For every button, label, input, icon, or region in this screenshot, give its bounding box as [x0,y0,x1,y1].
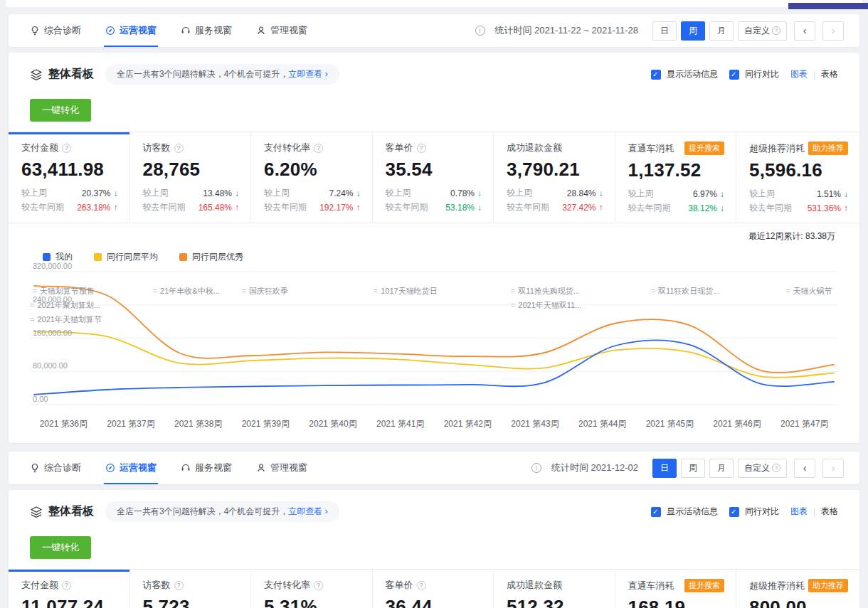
metric-card[interactable]: 支付转化率 ? 5.31% 较前1日 5.72% 较上周同期 12.68% [251,570,373,608]
metric-badge[interactable]: 提升搜索 [684,142,724,155]
annotation-marker-icon: = [30,315,34,324]
metric-badge[interactable]: 助力推荐 [808,579,848,592]
range-button[interactable]: 日 [652,21,677,41]
range-button[interactable]: 月 [709,459,734,478]
metric-card[interactable]: 超级推荐消耗 助力推荐 5,596.16 较上周 1.51% 较去年同期 531… [736,132,859,223]
metric-card[interactable]: 成功退款金额 3,790.21 较上周 28.84% 较去年同期 327.42% [494,132,615,223]
metric-help-icon[interactable]: ? [174,144,184,153]
metric-label: 成功退款金额 [507,142,562,154]
legend-swatch [43,253,51,261]
peer-compare-label: 同行对比 [745,506,779,518]
view-now-link[interactable]: 立即查看 › [288,506,327,516]
operate-icon [105,26,115,36]
diagnose-icon [30,463,40,473]
range-button[interactable]: 自定义? [738,459,787,478]
info-icon[interactable]: ! [475,26,485,36]
checkbox-show-activity[interactable] [651,507,661,517]
chart-view-toggle[interactable]: 图表 [790,68,808,80]
stats-time-label: 统计时间 2021-11-22 ~ 2021-11-28 [495,24,639,37]
board-title: 整体看板 [48,67,94,82]
view-tab-label: 综合诊断 [44,24,81,37]
compare-label: 较去年同期 [264,201,319,213]
metric-value: 6.20% [264,159,361,181]
diagnose-icon [30,26,40,36]
prev-period-button[interactable]: ‹ [794,459,815,478]
next-period-button[interactable]: › [822,21,844,41]
view-tab[interactable]: 服务视窗 [179,452,233,484]
x-axis-label: 2021 第44周 [568,418,636,430]
one-key-convert-button[interactable]: 一键转化 [30,536,91,559]
checkbox-peer-compare[interactable] [729,70,739,80]
payment-trend-chart[interactable]: 0.0080,000.00160,000.00240,000.00320,000… [30,266,838,414]
view-tabs: 综合诊断 运营视窗 [28,14,330,47]
metric-badge[interactable]: 提升搜索 [684,579,724,592]
metric-help-icon[interactable]: ? [62,581,71,590]
checkbox-show-activity[interactable] [651,70,661,80]
metric-card[interactable]: 访客数 ? 5,723 较前1日 49.97% 较上周同期 37.61% [130,570,252,608]
range-button[interactable]: 月 [709,21,734,41]
metric-card[interactable]: 超级推荐消耗 助力推荐 800.00 较前1日 0.00% 较上周同期 0.00… [736,570,859,608]
view-tab[interactable]: 服务视窗 [179,14,233,47]
show-activity-label: 显示活动信息 [667,68,718,80]
compare-value: 38.12% [688,203,724,213]
metric-value: 168.19 [628,597,725,608]
chart-annotation: =1017天猫吃货日 [374,286,438,297]
trend-arrow-icon [235,203,239,213]
compare-label: 较去年同期 [21,201,77,213]
metric-card[interactable]: 直通车消耗 提升搜索 168.19 较前1日 1.31% 较上周同期 6.07% [615,570,737,608]
view-tab-label: 服务视窗 [195,24,232,37]
board-title: 整体看板 [48,504,94,519]
annotation-marker-icon: = [32,287,36,295]
metric-help-icon[interactable]: ? [314,581,323,590]
view-tab[interactable]: 管理视窗 [255,14,309,47]
metric-help-icon[interactable]: ? [62,144,71,153]
metric-label: 支付金额 [21,142,58,154]
compare-value: 327.42% [562,203,603,213]
info-icon[interactable]: ! [531,463,541,473]
view-now-link[interactable]: 立即查看 › [288,69,327,79]
x-axis-label: 2021 第46周 [704,418,771,430]
legend-item[interactable]: 同行同层优秀 [179,251,243,263]
metric-help-icon[interactable]: ? [174,581,184,590]
view-tab[interactable]: 综合诊断 [28,452,83,484]
metric-card[interactable]: 客单价 ? 35.54 较上周 0.78% 较去年同期 53.18% [373,132,494,223]
chart-view-toggle[interactable]: 图表 [790,506,808,518]
annotation-marker-icon: = [30,301,34,309]
compare-value: 28.84% [567,188,603,198]
range-button[interactable]: 周 [681,21,705,41]
board-controls: 显示活动信息 同行对比 图表 | 表格 [651,68,838,80]
metric-badge[interactable]: 助力推荐 [808,142,848,155]
range-button[interactable]: 自定义? [738,21,787,41]
metric-card[interactable]: 直通车消耗 提升搜索 1,137.52 较上周 6.97% 较去年同期 38.1… [615,132,737,223]
metric-card[interactable]: 成功退款金额 512.32 较前1日 114.00% 较上周同期 22.83% [494,570,615,608]
prev-period-button[interactable]: ‹ [794,21,815,41]
metric-value: 512.32 [507,596,603,608]
help-icon: ? [772,26,780,35]
metric-card[interactable]: 支付金额 ? 63,411.98 较上周 20.37% 较去年同期 263.18… [9,132,130,223]
table-view-toggle[interactable]: 表格 [821,68,838,80]
metric-help-icon[interactable]: ? [417,144,426,153]
table-view-toggle[interactable]: 表格 [821,506,838,518]
metric-help-icon[interactable]: ? [314,144,323,153]
legend-item[interactable]: 同行同层平均 [94,251,158,263]
view-tab[interactable]: 运营视窗 [104,452,158,484]
view-tab-label: 综合诊断 [44,462,81,474]
view-tab[interactable]: 综合诊断 [28,14,83,47]
one-key-convert-button[interactable]: 一键转化 [30,99,91,122]
metric-card[interactable]: 访客数 ? 28,765 较上周 13.48% 较去年同期 165.48% [130,132,252,223]
range-buttons: 日 周 月 自定义? [652,459,787,478]
range-button[interactable]: 日 [652,459,677,478]
issues-alert: 全店一共有3个问题待解决，4个机会可提升，立即查看 › [105,501,339,522]
annotation-marker-icon: = [511,287,515,295]
x-axis-label: 2021 第47周 [771,418,838,430]
metric-card[interactable]: 支付转化率 ? 6.20% 较上周 7.24% 较去年同期 192.17% [251,132,373,223]
metric-card[interactable]: 支付金额 ? 11,077.24 较前1日 43.42% 较上周同期 23.35… [9,570,130,608]
next-period-button[interactable]: › [822,459,844,478]
compare-label: 较上周 [21,187,82,199]
checkbox-peer-compare[interactable] [729,507,739,517]
metric-card[interactable]: 客单价 ? 36.44 较前1日 1.43% 较上周同期 2.66% [373,570,494,608]
view-tab[interactable]: 管理视窗 [255,452,309,484]
metric-help-icon[interactable]: ? [417,581,426,590]
view-tab[interactable]: 运营视窗 [104,14,158,47]
range-button[interactable]: 周 [681,459,705,478]
